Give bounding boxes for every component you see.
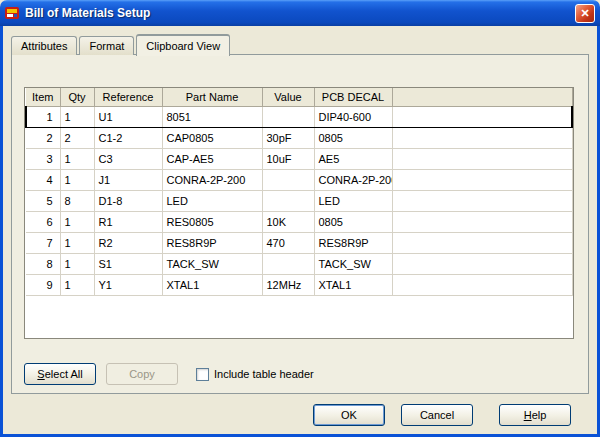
column-header-value[interactable]: Value bbox=[262, 88, 314, 106]
table-cell[interactable] bbox=[262, 253, 314, 274]
copy-button[interactable]: Copy bbox=[106, 363, 178, 385]
table-cell[interactable]: 12MHz bbox=[262, 274, 314, 295]
table-cell[interactable]: 1 bbox=[60, 106, 94, 127]
table-cell[interactable]: Y1 bbox=[94, 274, 162, 295]
tab-format[interactable]: Format bbox=[79, 36, 134, 55]
table-container: ItemQtyReferencePart NameValuePCB DECAL … bbox=[24, 87, 574, 339]
table-cell[interactable]: C3 bbox=[94, 148, 162, 169]
table-cell[interactable]: 3 bbox=[26, 148, 60, 169]
table-cell[interactable]: CONRA-2P-200 bbox=[314, 169, 392, 190]
table-cell[interactable]: 2 bbox=[60, 127, 94, 148]
table-cell[interactable]: R2 bbox=[94, 232, 162, 253]
column-header-part-name[interactable]: Part Name bbox=[162, 88, 262, 106]
table-cell[interactable]: 7 bbox=[26, 232, 60, 253]
table-cell[interactable] bbox=[392, 232, 572, 253]
column-header-reference[interactable]: Reference bbox=[94, 88, 162, 106]
table-cell[interactable] bbox=[392, 127, 572, 148]
table-row[interactable]: 71R2RES8R9P470RES8R9P bbox=[26, 232, 572, 253]
table-cell[interactable]: C1-2 bbox=[94, 127, 162, 148]
table-cell[interactable]: 10K bbox=[262, 211, 314, 232]
include-header-checkbox-row[interactable]: Include table header bbox=[196, 368, 314, 381]
table-cell[interactable]: 1 bbox=[26, 106, 60, 127]
table-row[interactable]: 61R1RES080510K0805 bbox=[26, 211, 572, 232]
table-cell[interactable]: AE5 bbox=[314, 148, 392, 169]
table-cell[interactable] bbox=[262, 190, 314, 211]
title-bar[interactable]: Bill of Materials Setup ✕ bbox=[0, 0, 600, 26]
ok-button[interactable]: OK bbox=[313, 404, 385, 426]
table-cell[interactable]: CONRA-2P-200 bbox=[162, 169, 262, 190]
table-cell[interactable] bbox=[392, 190, 572, 211]
table-cell[interactable] bbox=[392, 106, 572, 127]
table-cell[interactable]: 9 bbox=[26, 274, 60, 295]
tab-attributes[interactable]: Attributes bbox=[11, 36, 77, 55]
table-cell[interactable]: D1-8 bbox=[94, 190, 162, 211]
pads-app-icon bbox=[5, 5, 21, 21]
table-row[interactable]: 11U18051DIP40-600 bbox=[26, 106, 572, 127]
select-all-button[interactable]: Select All bbox=[24, 363, 96, 385]
table-cell[interactable] bbox=[392, 211, 572, 232]
table-cell[interactable]: TACK_SW bbox=[162, 253, 262, 274]
cancel-button[interactable]: Cancel bbox=[401, 404, 473, 426]
table-row[interactable]: 41J1CONRA-2P-200CONRA-2P-200 bbox=[26, 169, 572, 190]
table-cell[interactable]: 0805 bbox=[314, 127, 392, 148]
table-cell[interactable]: 8051 bbox=[162, 106, 262, 127]
table-cell[interactable]: 1 bbox=[60, 169, 94, 190]
table-cell[interactable]: 5 bbox=[26, 190, 60, 211]
table-row[interactable]: 81S1TACK_SWTACK_SW bbox=[26, 253, 572, 274]
table-cell[interactable]: RES8R9P bbox=[162, 232, 262, 253]
table-cell[interactable]: J1 bbox=[94, 169, 162, 190]
table-cell[interactable]: 8 bbox=[60, 190, 94, 211]
table-cell[interactable] bbox=[392, 274, 572, 295]
table-cell[interactable]: 1 bbox=[60, 211, 94, 232]
table-cell[interactable]: S1 bbox=[94, 253, 162, 274]
table-cell[interactable]: 6 bbox=[26, 211, 60, 232]
table-cell[interactable]: 1 bbox=[60, 274, 94, 295]
table-cell[interactable]: U1 bbox=[94, 106, 162, 127]
table-cell[interactable]: XTAL1 bbox=[314, 274, 392, 295]
table-cell[interactable]: LED bbox=[162, 190, 262, 211]
column-header-pcb-decal[interactable]: PCB DECAL bbox=[314, 88, 392, 106]
column-header-extra[interactable] bbox=[392, 88, 572, 106]
table-cell[interactable]: R1 bbox=[94, 211, 162, 232]
table-cell[interactable]: 1 bbox=[60, 232, 94, 253]
table-header-row: ItemQtyReferencePart NameValuePCB DECAL bbox=[26, 88, 572, 106]
include-header-checkbox[interactable] bbox=[196, 368, 209, 381]
tab-clipboard-view[interactable]: Clipboard View bbox=[136, 34, 230, 56]
table-cell[interactable] bbox=[262, 169, 314, 190]
clipboard-controls: Select All Copy Include table header bbox=[24, 363, 314, 385]
table-row[interactable]: 58D1-8LEDLED bbox=[26, 190, 572, 211]
table-cell[interactable]: 2 bbox=[26, 127, 60, 148]
table-cell[interactable]: 4 bbox=[26, 169, 60, 190]
table-cell[interactable]: LED bbox=[314, 190, 392, 211]
table-cell[interactable] bbox=[392, 169, 572, 190]
table-cell[interactable]: DIP40-600 bbox=[314, 106, 392, 127]
bom-table: ItemQtyReferencePart NameValuePCB DECAL … bbox=[25, 88, 573, 296]
dialog-footer: OK Cancel Help bbox=[297, 404, 571, 426]
table-cell[interactable]: RES8R9P bbox=[314, 232, 392, 253]
tab-panel: ItemQtyReferencePart NameValuePCB DECAL … bbox=[11, 54, 589, 394]
table-cell[interactable]: RES0805 bbox=[162, 211, 262, 232]
table-row[interactable]: 31C3CAP-AE510uFAE5 bbox=[26, 148, 572, 169]
table-cell[interactable]: 470 bbox=[262, 232, 314, 253]
table-cell[interactable] bbox=[392, 253, 572, 274]
table-cell[interactable]: 0805 bbox=[314, 211, 392, 232]
table-cell[interactable]: 1 bbox=[60, 253, 94, 274]
dialog-body: Attributes Format Clipboard View ItemQty… bbox=[0, 26, 600, 437]
table-cell[interactable]: 1 bbox=[60, 148, 94, 169]
table-cell[interactable]: 8 bbox=[26, 253, 60, 274]
help-button[interactable]: Help bbox=[499, 404, 571, 426]
table-cell[interactable] bbox=[262, 106, 314, 127]
table-cell[interactable]: 10uF bbox=[262, 148, 314, 169]
column-header-item[interactable]: Item bbox=[26, 88, 60, 106]
table-cell[interactable]: XTAL1 bbox=[162, 274, 262, 295]
column-header-qty[interactable]: Qty bbox=[60, 88, 94, 106]
table-cell[interactable]: CAP-AE5 bbox=[162, 148, 262, 169]
table-cell[interactable] bbox=[392, 148, 572, 169]
table-cell[interactable]: 30pF bbox=[262, 127, 314, 148]
table-cell[interactable]: CAP0805 bbox=[162, 127, 262, 148]
table-row[interactable]: 91Y1XTAL112MHzXTAL1 bbox=[26, 274, 572, 295]
table-cell[interactable]: TACK_SW bbox=[314, 253, 392, 274]
close-button[interactable]: ✕ bbox=[575, 4, 595, 23]
window-title: Bill of Materials Setup bbox=[25, 6, 575, 20]
table-row[interactable]: 22C1-2CAP080530pF0805 bbox=[26, 127, 572, 148]
